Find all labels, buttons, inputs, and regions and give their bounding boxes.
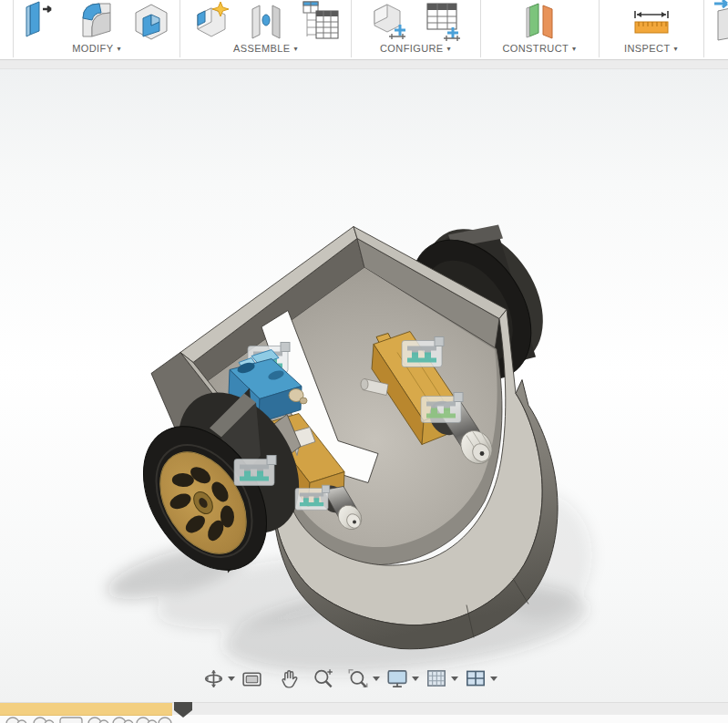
application-window: MODIFY ▾ xyxy=(0,0,728,723)
toolbar-group-modify: MODIFY ▾ xyxy=(14,0,179,58)
fit-dropdown-caret[interactable] xyxy=(373,677,380,681)
joint-badge[interactable] xyxy=(421,393,463,423)
zoom-button[interactable] xyxy=(312,666,335,690)
viewport-canvas[interactable] xyxy=(0,69,728,702)
chevron-down-icon: ▾ xyxy=(674,45,678,53)
toolbar-group-assemble: ASSEMBLE ▾ xyxy=(180,0,351,58)
joint-badge[interactable] xyxy=(402,337,444,367)
chevron-down-icon: ▾ xyxy=(294,45,298,53)
toolbar-group-configure: CONFIGURE ▾ xyxy=(352,0,479,58)
toolbar-group-inspect: INSPECT ▾ xyxy=(600,0,702,58)
construct-plane-icon[interactable] xyxy=(518,0,560,42)
viewports-button[interactable] xyxy=(464,666,487,690)
modify-menu[interactable]: MODIFY ▾ xyxy=(72,43,121,54)
measure-icon[interactable] xyxy=(631,0,672,42)
look-at-icon xyxy=(241,667,263,690)
configure-menu[interactable]: CONFIGURE ▾ xyxy=(380,43,451,54)
chamfer-icon[interactable] xyxy=(130,0,172,42)
grid-icon xyxy=(425,666,448,690)
construct-menu[interactable]: CONSTRUCT ▾ xyxy=(502,43,576,54)
fit-button[interactable] xyxy=(346,666,370,690)
viewports-icon xyxy=(464,666,487,690)
new-component-icon[interactable] xyxy=(190,0,232,42)
3d-model-robot-chassis[interactable] xyxy=(0,69,728,723)
display-settings-icon xyxy=(385,666,409,690)
configuration-table-icon[interactable] xyxy=(422,0,464,42)
view-navigation-bar xyxy=(202,666,497,690)
construct-menu-label: CONSTRUCT xyxy=(502,43,569,54)
assemble-menu[interactable]: ASSEMBLE ▾ xyxy=(233,43,298,54)
chevron-down-icon: ▾ xyxy=(117,45,120,53)
inspect-menu[interactable]: INSPECT ▾ xyxy=(624,43,678,54)
inspect-menu-label: INSPECT xyxy=(624,43,670,54)
fillet-icon[interactable] xyxy=(76,0,118,42)
modify-menu-label: MODIFY xyxy=(72,43,113,54)
zoom-icon xyxy=(312,666,335,690)
pan-button[interactable] xyxy=(278,667,301,690)
configure-menu-label: CONFIGURE xyxy=(380,43,444,54)
display-settings-dropdown-caret[interactable] xyxy=(412,677,419,681)
ribbon-lower-strip xyxy=(0,60,728,69)
orbit-icon xyxy=(202,667,225,690)
grid-dropdown-caret[interactable] xyxy=(451,677,458,681)
viewports-dropdown-caret[interactable] xyxy=(490,677,497,681)
orbit-button[interactable] xyxy=(202,667,225,690)
toolbar-group-construct: CONSTRUCT ▾ xyxy=(481,0,598,58)
ribbon-toolbar: MODIFY ▾ xyxy=(0,0,728,59)
orbit-dropdown-caret[interactable] xyxy=(228,677,235,681)
pan-icon xyxy=(278,667,301,690)
chevron-down-icon: ▾ xyxy=(447,45,451,53)
timeline-bar xyxy=(0,702,728,723)
joint-icon[interactable] xyxy=(245,0,287,42)
display-settings-button[interactable] xyxy=(385,666,409,690)
bom-table-icon[interactable] xyxy=(300,0,342,42)
timeline-feature-icons-partial[interactable] xyxy=(0,714,728,723)
timeline-track[interactable] xyxy=(0,702,728,715)
fit-icon xyxy=(346,666,370,690)
chevron-down-icon: ▾ xyxy=(572,45,576,53)
joint-badge[interactable] xyxy=(295,485,330,510)
insert-icon-partial[interactable] xyxy=(711,0,728,42)
configure-icon[interactable] xyxy=(367,0,409,42)
grid-and-snaps-button[interactable] xyxy=(425,666,448,690)
press-pull-icon[interactable] xyxy=(21,0,63,42)
toolbar-group-insert-partial xyxy=(704,0,728,58)
assemble-menu-label: ASSEMBLE xyxy=(233,43,291,54)
look-at-button[interactable] xyxy=(241,667,263,690)
joint-badge[interactable] xyxy=(234,456,276,486)
